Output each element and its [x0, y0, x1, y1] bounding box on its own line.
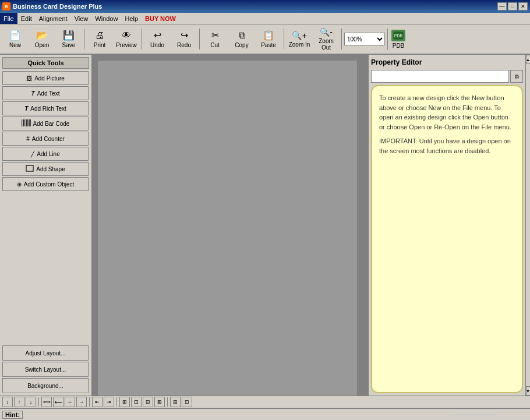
copy-button[interactable]: ⧉ Copy: [229, 26, 255, 52]
preview-label: Preview: [116, 42, 137, 48]
menu-help[interactable]: Help: [121, 13, 142, 24]
bottom-btn-11[interactable]: ⊡: [131, 397, 142, 407]
save-button[interactable]: 💾 Save: [56, 26, 82, 52]
add-custom-object-button[interactable]: ⊕ Add Custom Object: [2, 177, 89, 191]
property-search-button[interactable]: ⚙: [510, 70, 523, 83]
add-custom-object-label: Add Custom Object: [24, 181, 75, 188]
main-content: Quick Tools 🖼 Add Picture T Add Text T A…: [0, 55, 530, 396]
pdb-button[interactable]: PDB PDB: [390, 29, 407, 50]
close-button[interactable]: ✕: [518, 2, 528, 10]
property-search-input[interactable]: [371, 70, 509, 83]
undo-button[interactable]: ↩ Undo: [144, 26, 170, 52]
add-line-label: Add Line: [37, 151, 59, 157]
svg-rect-2: [22, 119, 22, 126]
zoom-select[interactable]: 100% 75% 50% 150%: [344, 33, 385, 45]
scroll-up-arrow[interactable]: ▲: [526, 55, 531, 64]
menu-alignment[interactable]: Alignment: [36, 13, 71, 24]
design-canvas[interactable]: [98, 61, 357, 396]
add-counter-label: Add Counter: [32, 136, 65, 142]
left-panel: Quick Tools 🖼 Add Picture T Add Text T A…: [0, 55, 92, 396]
menu-file[interactable]: File: [0, 13, 17, 24]
menu-window[interactable]: Window: [91, 13, 121, 24]
bottom-btn-15[interactable]: ⊡: [182, 397, 192, 407]
new-button[interactable]: 📄 New: [2, 26, 28, 52]
svg-rect-7: [29, 119, 30, 126]
bottom-btn-7[interactable]: →: [76, 397, 87, 407]
new-icon: 📄: [9, 30, 21, 41]
add-text-button[interactable]: T Add Text: [2, 86, 89, 100]
add-bar-code-label: Add Bar Code: [33, 121, 70, 127]
menubar: File Edit Alignment View Window Help BUY…: [0, 13, 530, 24]
add-bar-code-button[interactable]: Add Bar Code: [2, 117, 89, 130]
scroll-down-arrow[interactable]: ▼: [526, 386, 531, 396]
preview-button[interactable]: 👁 Preview: [114, 26, 139, 52]
bottom-sep-1: [38, 397, 39, 407]
bottom-btn-10[interactable]: ⊞: [119, 397, 130, 407]
preview-icon: 👁: [122, 30, 131, 41]
cut-icon: ✂: [211, 30, 219, 41]
save-label: Save: [62, 42, 76, 48]
zoom-in-icon: 🔍+: [292, 31, 306, 40]
cut-label: Cut: [210, 42, 220, 48]
bottom-btn-8[interactable]: ⇤: [92, 397, 103, 407]
paste-button[interactable]: 📋 Paste: [256, 26, 281, 52]
svg-rect-9: [26, 165, 33, 171]
add-shape-button[interactable]: Add Shape: [2, 162, 89, 176]
panel-spacer: [2, 192, 89, 344]
print-button[interactable]: 🖨 Print: [87, 26, 112, 52]
redo-icon: ↪: [181, 30, 188, 41]
adjust-layout-button[interactable]: Adjust Layout...: [2, 345, 89, 361]
svg-text:PDB: PDB: [394, 34, 403, 38]
add-picture-button[interactable]: 🖼 Add Picture: [2, 71, 89, 85]
right-scrollbar[interactable]: ▲ ▼: [525, 55, 530, 396]
bottom-btn-5[interactable]: ⟵: [53, 397, 63, 407]
property-search-bar: ⚙: [371, 70, 523, 83]
svg-rect-3: [23, 119, 24, 126]
toolbar: 📄 New 📂 Open 💾 Save 🖨 Print 👁 Preview ↩ …: [0, 24, 530, 55]
open-button[interactable]: 📂 Open: [29, 26, 55, 52]
open-label: Open: [35, 42, 49, 48]
menu-buy-now[interactable]: BUY NOW: [142, 13, 179, 24]
bottom-btn-13[interactable]: ⊠: [154, 397, 165, 407]
text-icon: T: [31, 90, 35, 97]
switch-layout-button[interactable]: Switch Layout...: [2, 362, 89, 377]
save-icon: 💾: [63, 30, 75, 41]
watermark: www.downxia.com: [452, 412, 495, 418]
zoom-in-label: Zoom In: [289, 41, 310, 48]
bottom-btn-12[interactable]: ⊟: [143, 397, 153, 407]
add-line-button[interactable]: ╱ Add Line: [2, 147, 89, 161]
bottom-btn-6[interactable]: ↔: [65, 397, 75, 407]
bottom-btn-3[interactable]: ↓: [26, 397, 36, 407]
property-editor: Property Editor ⚙ To create a new design…: [368, 55, 525, 396]
add-shape-label: Add Shape: [36, 166, 65, 172]
copy-icon: ⧉: [239, 30, 245, 41]
titlebar-buttons: — □ ✕: [497, 2, 528, 10]
undo-label: Undo: [150, 42, 164, 48]
minimize-button[interactable]: —: [497, 2, 507, 10]
bottom-btn-9[interactable]: ⇥: [104, 397, 114, 407]
bottom-btn-2[interactable]: ↑: [14, 397, 24, 407]
add-counter-button[interactable]: # Add Counter: [2, 132, 89, 146]
cut-button[interactable]: ✂ Cut: [202, 26, 228, 52]
bottom-btn-14[interactable]: ⊞: [170, 397, 181, 407]
bottom-sep-4: [167, 397, 168, 407]
background-button[interactable]: Background...: [2, 378, 89, 393]
zoom-in-button[interactable]: 🔍+ Zoom In: [287, 26, 312, 52]
menu-edit[interactable]: Edit: [17, 13, 36, 24]
bottom-btn-1[interactable]: ↕: [2, 397, 13, 407]
titlebar-left: B Business Card Designer Plus: [2, 2, 102, 10]
bottom-sep-2: [89, 397, 90, 407]
shape-icon: [26, 165, 34, 173]
maximize-button[interactable]: □: [508, 2, 517, 10]
copy-label: Copy: [235, 42, 248, 48]
add-rich-text-label: Add Rich Text: [30, 105, 66, 112]
menu-view[interactable]: View: [71, 13, 92, 24]
property-editor-title: Property Editor: [371, 57, 523, 68]
redo-button[interactable]: ↪ Redo: [171, 26, 197, 52]
svg-rect-4: [24, 119, 25, 126]
bottom-btn-4[interactable]: ⟺: [41, 397, 52, 407]
sep-5: [341, 29, 342, 50]
zoom-out-label: Zoom Out: [314, 38, 338, 51]
zoom-out-button[interactable]: 🔍- Zoom Out: [313, 26, 339, 52]
add-rich-text-button[interactable]: T Add Rich Text: [2, 101, 89, 115]
